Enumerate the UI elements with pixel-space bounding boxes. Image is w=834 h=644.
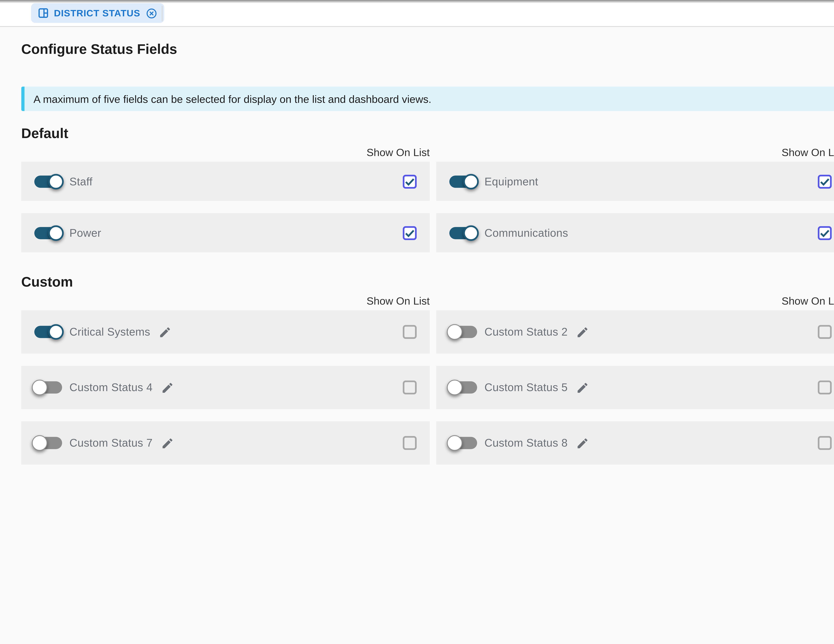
status-section-custom: Custom Show On List Show On List Show On…: [21, 274, 834, 465]
status-row: Custom Status 4: [21, 366, 430, 409]
column-headers: Show On List Show On List Show On List: [21, 295, 834, 308]
top-bar: DISTRICT STATUS: [0, 0, 834, 27]
show-on-list-header: Show On List: [21, 146, 430, 159]
enable-toggle[interactable]: [34, 326, 62, 338]
status-row: Equipment: [436, 162, 834, 201]
show-on-list-header: Show On List: [436, 295, 834, 308]
edit-pencil-icon: [576, 436, 589, 449]
toggle-knob: [48, 225, 64, 240]
show-on-list-checkbox[interactable]: [818, 436, 832, 450]
toggle-knob: [447, 324, 462, 340]
status-row: Communications: [436, 213, 834, 252]
edit-pencil-icon: [161, 436, 174, 449]
checkmark-icon: [819, 175, 831, 187]
status-grid: Critical Systems Custom Status 2: [21, 310, 834, 465]
content-area: Configure Status Fields A maximum of fiv…: [0, 27, 834, 465]
status-label: Critical Systems: [70, 326, 150, 338]
close-circle-icon[interactable]: [145, 7, 157, 19]
show-on-list-checkbox[interactable]: [818, 226, 832, 240]
enable-toggle[interactable]: [34, 175, 62, 187]
enable-toggle[interactable]: [34, 437, 62, 449]
edit-button[interactable]: [576, 381, 589, 394]
layout-columns-icon: [37, 7, 49, 19]
status-label: Equipment: [484, 175, 538, 187]
enable-toggle[interactable]: [449, 175, 477, 187]
toggle-knob: [447, 435, 462, 451]
edit-button[interactable]: [161, 436, 174, 449]
status-row: Custom Status 5: [436, 366, 834, 409]
status-row: Custom Status 8: [436, 421, 834, 465]
edit-button[interactable]: [576, 325, 589, 339]
enable-toggle[interactable]: [449, 381, 477, 394]
toggle-knob: [48, 324, 64, 340]
info-banner-text: A maximum of five fields can be selected…: [34, 93, 432, 105]
checkmark-icon: [819, 226, 831, 239]
status-row: Custom Status 2: [436, 310, 834, 353]
status-label: Power: [70, 226, 101, 239]
tab-district-status[interactable]: DISTRICT STATUS: [31, 3, 164, 23]
status-label: Custom Status 2: [484, 326, 567, 338]
show-on-list-checkbox[interactable]: [818, 381, 832, 394]
status-row: Power: [21, 213, 430, 252]
show-on-list-checkbox[interactable]: [403, 174, 417, 188]
status-label: Custom Status 4: [70, 381, 153, 394]
edit-pencil-icon: [161, 381, 174, 394]
enable-toggle[interactable]: [449, 326, 477, 338]
toggle-knob: [447, 380, 462, 395]
show-on-list-checkbox[interactable]: [403, 381, 417, 394]
toggle-knob: [463, 174, 479, 189]
show-on-list-checkbox[interactable]: [403, 226, 417, 240]
status-label: Custom Status 7: [70, 437, 153, 449]
tab-label: DISTRICT STATUS: [54, 8, 140, 18]
status-row: Staff: [21, 162, 430, 201]
status-section-default: Default Show On List Show On List Show O…: [21, 125, 834, 252]
show-on-list-checkbox[interactable]: [818, 174, 832, 188]
checkmark-icon: [404, 226, 416, 239]
status-row: Critical Systems: [21, 310, 430, 353]
edit-button[interactable]: [158, 325, 171, 339]
sections-container: Default Show On List Show On List Show O…: [21, 125, 834, 465]
status-row: Custom Status 7: [21, 421, 430, 465]
status-grid: Staff Equipment Fuel: [21, 162, 834, 252]
enable-toggle[interactable]: [449, 437, 477, 449]
tab-divider: [162, 6, 163, 21]
enable-toggle[interactable]: [34, 381, 62, 394]
toggle-knob: [32, 435, 47, 451]
edit-pencil-icon: [576, 325, 589, 339]
status-label: Staff: [70, 175, 92, 187]
toggle-knob: [463, 225, 479, 240]
enable-toggle[interactable]: [449, 226, 477, 239]
edit-pencil-icon: [158, 325, 171, 339]
status-label: Custom Status 5: [484, 381, 567, 394]
show-on-list-checkbox[interactable]: [403, 436, 417, 450]
edit-pencil-icon: [576, 381, 589, 394]
section-title: Default: [21, 125, 834, 142]
info-banner: A maximum of five fields can be selected…: [21, 87, 834, 111]
status-label: Custom Status 8: [484, 437, 567, 449]
checkmark-icon: [404, 175, 416, 187]
column-headers: Show On List Show On List Show On List: [21, 146, 834, 159]
show-on-list-checkbox[interactable]: [403, 325, 417, 339]
status-label: Communications: [484, 226, 568, 239]
toggle-knob: [32, 380, 47, 395]
show-on-list-header: Show On List: [21, 295, 430, 308]
page-title: Configure Status Fields: [21, 41, 834, 59]
section-title: Custom: [21, 274, 834, 291]
app-window: DISTRICT STATUS: [0, 0, 834, 644]
edit-button[interactable]: [161, 381, 174, 394]
edit-button[interactable]: [576, 436, 589, 449]
show-on-list-checkbox[interactable]: [818, 325, 832, 339]
enable-toggle[interactable]: [34, 226, 62, 239]
show-on-list-header: Show On List: [436, 146, 834, 159]
toggle-knob: [48, 174, 64, 189]
